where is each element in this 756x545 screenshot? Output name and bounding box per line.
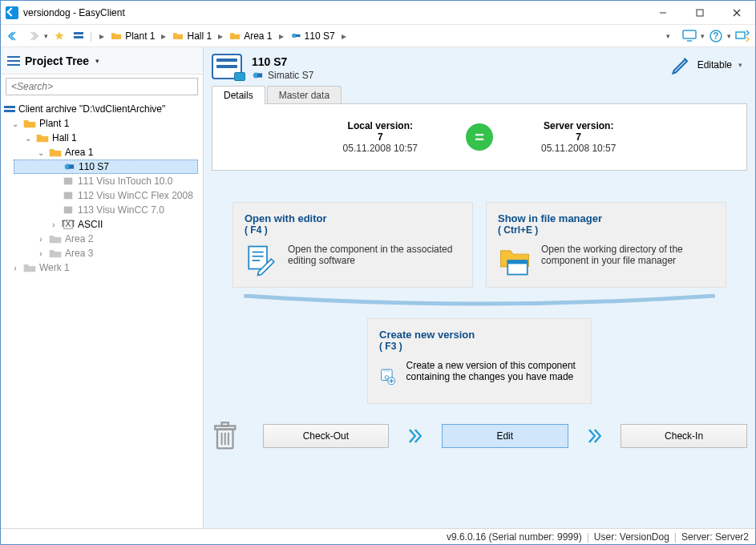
tree-label: 113 Visu WinCC 7.0: [78, 204, 164, 216]
window-title: versiondog - EasyClient: [23, 7, 131, 18]
card-create-version[interactable]: Create new version ( F3 ) Create a new v…: [367, 318, 592, 404]
crumb-chevron-icon[interactable]: ▸: [216, 30, 224, 42]
monitor-dropdown-icon[interactable]: ▾: [701, 32, 705, 40]
checkout-button[interactable]: Check-Out: [263, 424, 390, 448]
nav-history-dropdown-icon[interactable]: ▾: [44, 32, 48, 40]
nav-forward-button[interactable]: [25, 28, 41, 44]
status-server: Server: Server2: [681, 531, 749, 543]
card-title: Show in file manager: [498, 212, 714, 224]
tree-node-plant1[interactable]: ⌄ Plant 1: [1, 116, 203, 131]
disk-plus-icon: [379, 360, 396, 394]
project-tree-title: Project Tree: [25, 54, 89, 67]
maximize-button[interactable]: [681, 1, 718, 25]
titlebar: versiondog - EasyClient: [1, 1, 755, 25]
breadcrumb-item[interactable]: 110 S7: [287, 28, 338, 44]
component-icon: [290, 31, 301, 40]
help-icon[interactable]: ?: [708, 28, 724, 44]
svg-rect-1: [697, 10, 703, 16]
checkin-button[interactable]: Check-In: [621, 424, 747, 448]
card-desc: Open the working directory of the compon…: [541, 244, 714, 266]
tree-label: Area 2: [65, 233, 93, 244]
crumb-chevron-icon[interactable]: ▸: [98, 30, 106, 42]
chevrons-right-icon: [586, 427, 604, 445]
tree-node-werk1[interactable]: › Werk 1: [1, 260, 203, 275]
breadcrumb-item[interactable]: Hall 1: [169, 28, 215, 44]
switch-client-icon[interactable]: [734, 28, 750, 44]
svg-rect-32: [383, 369, 390, 373]
breadcrumb-label: Hall 1: [187, 30, 212, 42]
editable-label: Editable: [697, 59, 732, 71]
monitor-icon[interactable]: [681, 28, 697, 44]
card-file-manager[interactable]: Show in file manager ( Ctrl+E ) Open the…: [486, 202, 726, 288]
nav-back-button[interactable]: [6, 28, 22, 44]
tree-label: Hall 1: [52, 132, 77, 143]
svg-rect-8: [683, 30, 696, 38]
help-dropdown-icon[interactable]: ▾: [727, 32, 731, 40]
close-button[interactable]: [718, 1, 755, 25]
folder-icon: [172, 31, 184, 40]
app-window: versiondog - EasyClient ▾ | ▸ Plant 1 ▸ …: [0, 0, 756, 545]
breadcrumb-item[interactable]: Plant 1: [107, 28, 158, 44]
tree-node-area2[interactable]: › Area 2: [1, 232, 203, 246]
collapse-icon[interactable]: ⌄: [23, 134, 33, 143]
tree-node-area1[interactable]: ⌄ Area 1: [1, 145, 203, 159]
project-tree: Client archive "D:\vdClientArchive" ⌄ Pl…: [1, 99, 203, 528]
local-version-label: Local version:: [343, 120, 418, 131]
crumb-chevron-icon[interactable]: ▸: [160, 30, 168, 42]
svg-rect-41: [222, 422, 228, 426]
collapse-icon[interactable]: ⌄: [36, 148, 46, 157]
project-tree-header[interactable]: Project Tree ▾: [1, 47, 203, 75]
component-icon: [62, 204, 75, 216]
folder-window-icon: [498, 244, 532, 277]
breadcrumb-label: Plant 1: [125, 30, 155, 42]
tab-details[interactable]: Details: [212, 86, 265, 104]
expand-icon[interactable]: ›: [36, 249, 46, 258]
tab-bar: Details Master data: [204, 86, 755, 104]
card-desc: Create a new version of this component c…: [406, 360, 580, 382]
local-version-date: 05.11.2008 10:57: [343, 143, 418, 154]
breadcrumb-dropdown-icon[interactable]: ▾: [663, 32, 673, 40]
tree-label: Plant 1: [39, 118, 69, 129]
component-icon: [63, 161, 75, 172]
tree-node-113[interactable]: 113 Visu WinCC 7.0: [1, 203, 203, 217]
tree-node-110s7[interactable]: 110 S7: [14, 159, 198, 174]
chevron-down-icon: ▾: [738, 61, 742, 69]
tree-node-111[interactable]: 111 Visu InTouch 10.0: [1, 174, 203, 188]
tree-label: 112 Visu WinCC Flex 2008: [78, 190, 193, 201]
tree-node-area3[interactable]: › Area 3: [1, 246, 203, 260]
card-open-editor[interactable]: Open with editor ( F4 ) Open the compone…: [232, 202, 473, 288]
tree-node-hall1[interactable]: ⌄ Hall 1: [1, 131, 203, 145]
breadcrumb-item[interactable]: Area 1: [226, 28, 275, 44]
tree-label: 111 Visu InTouch 10.0: [78, 176, 173, 187]
editable-toggle[interactable]: Editable ▾: [670, 54, 746, 76]
expand-icon[interactable]: ›: [36, 235, 46, 244]
crumb-chevron-icon[interactable]: ▸: [277, 30, 285, 42]
tree-label: Werk 1: [39, 262, 70, 273]
tree-label: Client archive "D:\vdClientArchive": [18, 103, 165, 115]
svg-rect-23: [257, 73, 262, 77]
version-panel: Local version: 7 05.11.2008 10:57 = Serv…: [212, 103, 747, 171]
collapse-icon[interactable]: ⌄: [10, 119, 20, 128]
button-label: Check-In: [665, 430, 703, 442]
folder-icon: [229, 31, 241, 40]
expand-icon[interactable]: ›: [10, 264, 20, 272]
edit-button[interactable]: Edit: [442, 424, 568, 448]
crumb-chevron-icon[interactable]: ▸: [340, 30, 348, 42]
search-box: [6, 78, 198, 95]
card-title: Create new version: [379, 329, 580, 341]
favorite-star-icon[interactable]: [51, 28, 67, 44]
svg-rect-5: [74, 36, 83, 38]
button-label: Check-Out: [303, 430, 349, 442]
tree-root[interactable]: Client archive "D:\vdClientArchive": [1, 102, 203, 116]
expand-icon[interactable]: ›: [49, 220, 59, 229]
tree-node-ascii[interactable]: › TXT ASCII: [1, 217, 203, 232]
folder-icon: [49, 147, 62, 158]
minimize-button[interactable]: [645, 1, 681, 25]
tree-node-112[interactable]: 112 Visu WinCC Flex 2008: [1, 188, 203, 203]
favorite-manage-icon[interactable]: [71, 28, 87, 44]
search-input[interactable]: [6, 78, 198, 95]
folder-icon: [49, 233, 62, 244]
tab-master-data[interactable]: Master data: [267, 86, 342, 104]
trash-icon[interactable]: [212, 420, 239, 452]
chevron-down-icon: ▾: [95, 57, 99, 65]
